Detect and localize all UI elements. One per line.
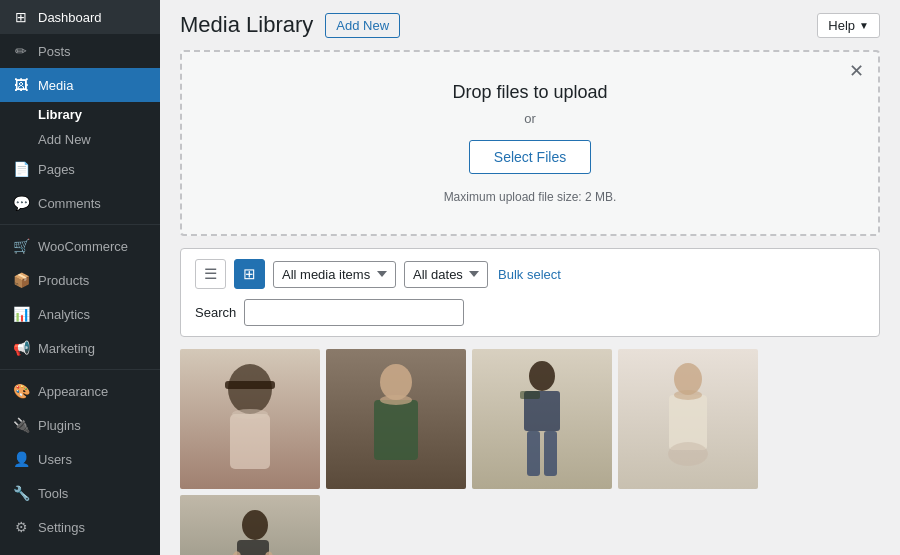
media-thumbnail-1 — [180, 349, 320, 489]
sidebar-label-settings: Settings — [38, 520, 85, 535]
filter-date-select[interactable]: All dates — [404, 261, 488, 288]
svg-point-7 — [529, 361, 555, 391]
sidebar-label-media: Media — [38, 78, 73, 93]
separator-2 — [0, 369, 160, 370]
users-icon: 👤 — [12, 450, 30, 468]
pages-icon: 📄 — [12, 160, 30, 178]
sidebar: ⊞ Dashboard ✏ Posts 🖼 Media Library Add … — [0, 0, 160, 555]
sidebar-sub-item-library[interactable]: Library — [0, 102, 160, 127]
list-view-button[interactable]: ☰ — [195, 259, 226, 289]
media-item-5[interactable] — [180, 495, 320, 555]
filter-media-select[interactable]: All media items — [273, 261, 396, 288]
sidebar-item-comments[interactable]: 💬 Comments — [0, 186, 160, 220]
page-header: Media Library Add New Help ▼ — [180, 12, 880, 38]
media-grid — [180, 349, 880, 555]
sidebar-item-users[interactable]: 👤 Users — [0, 442, 160, 476]
separator-1 — [0, 224, 160, 225]
main-content: Media Library Add New Help ▼ ✕ Drop file… — [160, 0, 900, 555]
sidebar-item-pages[interactable]: 📄 Pages — [0, 152, 160, 186]
media-thumbnail-5 — [180, 495, 320, 555]
select-files-button[interactable]: Select Files — [469, 140, 591, 174]
sidebar-label-pages: Pages — [38, 162, 75, 177]
list-view-icon: ☰ — [204, 265, 217, 283]
sidebar-label-tools: Tools — [38, 486, 68, 501]
svg-rect-10 — [527, 431, 540, 476]
help-button[interactable]: Help ▼ — [817, 13, 880, 38]
upload-title: Drop files to upload — [202, 82, 858, 103]
search-row: Search — [195, 299, 865, 326]
svg-point-3 — [232, 409, 268, 419]
media-item-1[interactable] — [180, 349, 320, 489]
sidebar-label-woocommerce: WooCommerce — [38, 239, 128, 254]
sidebar-item-marketing[interactable]: 📢 Marketing — [0, 331, 160, 365]
svg-point-16 — [242, 510, 268, 540]
svg-rect-2 — [230, 414, 270, 469]
svg-rect-1 — [225, 381, 275, 389]
add-new-sidebar-label: Add New — [38, 132, 91, 147]
sidebar-sub-item-add-new[interactable]: Add New — [0, 127, 160, 152]
svg-point-15 — [668, 442, 708, 466]
sidebar-item-appearance[interactable]: 🎨 Appearance — [0, 374, 160, 408]
upload-or: or — [202, 111, 858, 126]
sidebar-label-marketing: Marketing — [38, 341, 95, 356]
search-label: Search — [195, 305, 236, 320]
svg-rect-17 — [237, 540, 269, 555]
sidebar-label-appearance: Appearance — [38, 384, 108, 399]
media-thumbnail-2 — [326, 349, 466, 489]
media-thumbnail-3 — [472, 349, 612, 489]
svg-rect-13 — [669, 395, 707, 450]
posts-icon: ✏ — [12, 42, 30, 60]
products-icon: 📦 — [12, 271, 30, 289]
woocommerce-icon: 🛒 — [12, 237, 30, 255]
person-hat-svg — [200, 359, 300, 489]
media-thumbnail-4 — [618, 349, 758, 489]
sidebar-item-plugins[interactable]: 🔌 Plugins — [0, 408, 160, 442]
person-white-svg — [643, 354, 733, 484]
sidebar-label-comments: Comments — [38, 196, 101, 211]
sidebar-label-posts: Posts — [38, 44, 71, 59]
svg-point-6 — [380, 395, 412, 405]
media-icon: 🖼 — [12, 76, 30, 94]
svg-rect-11 — [544, 431, 557, 476]
bulk-select-button[interactable]: Bulk select — [496, 262, 563, 287]
plugins-icon: 🔌 — [12, 416, 30, 434]
grid-view-icon: ⊞ — [243, 265, 256, 283]
man-jacket-svg — [346, 354, 446, 484]
toolbar-top-row: ☰ ⊞ All media items All dates Bulk selec… — [195, 259, 865, 289]
media-item-4[interactable] — [618, 349, 758, 489]
appearance-icon: 🎨 — [12, 382, 30, 400]
sidebar-item-products[interactable]: 📦 Products — [0, 263, 160, 297]
sidebar-item-analytics[interactable]: 📊 Analytics — [0, 297, 160, 331]
grid-view-button[interactable]: ⊞ — [234, 259, 265, 289]
media-item-3[interactable] — [472, 349, 612, 489]
sidebar-item-settings[interactable]: ⚙ Settings — [0, 510, 160, 544]
help-chevron-icon: ▼ — [859, 20, 869, 31]
marketing-icon: 📢 — [12, 339, 30, 357]
sidebar-item-woocommerce[interactable]: 🛒 WooCommerce — [0, 229, 160, 263]
sidebar-label-plugins: Plugins — [38, 418, 81, 433]
search-input[interactable] — [244, 299, 464, 326]
upload-max-size: Maximum upload file size: 2 MB. — [202, 190, 858, 204]
svg-rect-5 — [374, 400, 418, 460]
sidebar-label-analytics: Analytics — [38, 307, 90, 322]
analytics-icon: 📊 — [12, 305, 30, 323]
sidebar-item-tools[interactable]: 🔧 Tools — [0, 476, 160, 510]
sidebar-label-users: Users — [38, 452, 72, 467]
media-item-2[interactable] — [326, 349, 466, 489]
sidebar-item-posts[interactable]: ✏ Posts — [0, 34, 160, 68]
settings-icon: ⚙ — [12, 518, 30, 536]
upload-close-button[interactable]: ✕ — [849, 62, 864, 80]
sidebar-item-media[interactable]: 🖼 Media — [0, 68, 160, 102]
comments-icon: 💬 — [12, 194, 30, 212]
upload-area: ✕ Drop files to upload or Select Files M… — [180, 50, 880, 236]
page-title: Media Library — [180, 12, 313, 38]
add-new-button[interactable]: Add New — [325, 13, 400, 38]
svg-point-4 — [380, 364, 412, 400]
sidebar-item-dashboard[interactable]: ⊞ Dashboard — [0, 0, 160, 34]
person-dancing-svg — [205, 500, 295, 555]
woman-jeans-svg — [502, 354, 582, 484]
sidebar-label-products: Products — [38, 273, 89, 288]
dashboard-icon: ⊞ — [12, 8, 30, 26]
tools-icon: 🔧 — [12, 484, 30, 502]
library-label: Library — [38, 107, 82, 122]
